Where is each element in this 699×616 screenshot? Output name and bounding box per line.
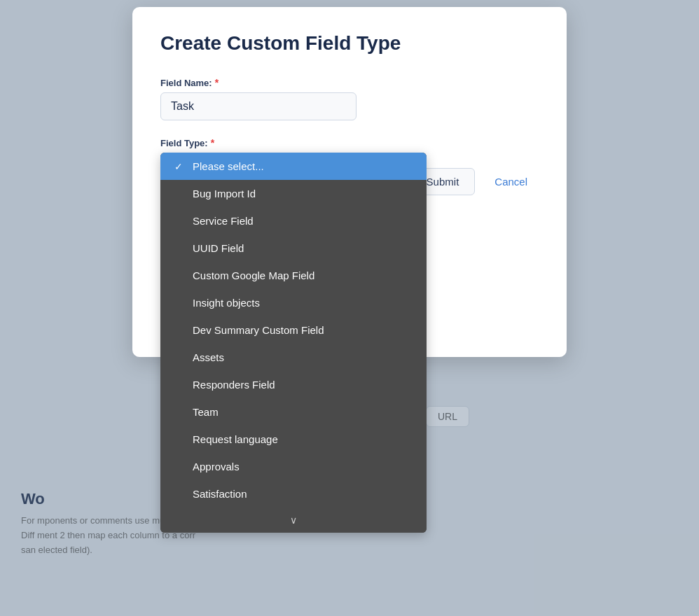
- dropdown-item-bug-import-id[interactable]: Bug Import Id: [160, 180, 427, 207]
- dropdown-item-label: Team: [193, 406, 219, 418]
- field-name-input[interactable]: [160, 92, 357, 120]
- dropdown-items: ✓Please select...Bug Import IdService Fi…: [160, 153, 427, 507]
- dropdown-item-label: Custom Google Map Field: [193, 270, 314, 281]
- dropdown-item-responders-field[interactable]: Responders Field: [160, 371, 427, 398]
- dropdown-item-label: Dev Summary Custom Field: [193, 324, 324, 336]
- dropdown-item-label: Approvals: [193, 461, 240, 472]
- dropdown-item-label: Satisfaction: [193, 488, 247, 500]
- modal-title: Create Custom Field Type: [160, 32, 539, 55]
- dropdown-item-label: Service Field: [193, 215, 254, 227]
- modal-dialog: Create Custom Field Type Field Name: * F…: [132, 7, 567, 357]
- dropdown-item-assets[interactable]: Assets: [160, 344, 427, 371]
- dropdown-item-uuid-field[interactable]: UUID Field: [160, 234, 427, 262]
- dropdown-item-request-language[interactable]: Request language: [160, 426, 427, 453]
- cancel-button[interactable]: Cancel: [483, 169, 539, 195]
- dropdown-item-team[interactable]: Team: [160, 398, 427, 426]
- dropdown-item-label: UUID Field: [193, 242, 244, 254]
- dropdown-item-label: Responders Field: [193, 379, 275, 391]
- field-name-required: *: [215, 77, 219, 88]
- field-type-label: Field Type: *: [160, 137, 539, 148]
- modal-overlay: Create Custom Field Type Field Name: * F…: [0, 0, 699, 616]
- dropdown-item-label: Insight objects: [193, 297, 260, 309]
- dropdown-item-label: Please select...: [193, 160, 264, 172]
- dropdown-item-custom-google-map-field[interactable]: Custom Google Map Field: [160, 262, 427, 289]
- dropdown-item-approvals[interactable]: Approvals: [160, 453, 427, 480]
- check-icon: ✓: [174, 161, 186, 172]
- dropdown-menu: ✓Please select...Bug Import IdService Fi…: [160, 153, 427, 533]
- dropdown-item-dev-summary-custom-field[interactable]: Dev Summary Custom Field: [160, 316, 427, 344]
- dropdown-item-label: Assets: [193, 351, 224, 363]
- dropdown-item-label: Bug Import Id: [193, 188, 256, 200]
- dropdown-chevron[interactable]: ∨: [160, 507, 427, 533]
- field-name-label: Field Name: *: [160, 77, 539, 88]
- modal-actions: Submit Cancel: [410, 168, 539, 195]
- dropdown-item-label: Request language: [193, 433, 278, 445]
- field-type-required: *: [211, 137, 214, 148]
- dropdown-item-insight-objects[interactable]: Insight objects: [160, 289, 427, 316]
- dropdown-item-satisfaction[interactable]: Satisfaction: [160, 480, 427, 507]
- chevron-down-icon: ∨: [290, 514, 297, 526]
- field-name-group: Field Name: *: [160, 77, 539, 137]
- dropdown-item-service-field[interactable]: Service Field: [160, 207, 427, 234]
- dropdown-item-please-select[interactable]: ✓Please select...: [160, 153, 427, 180]
- field-type-group: Field Type: * ✓Please select...Bug Impor…: [160, 137, 539, 148]
